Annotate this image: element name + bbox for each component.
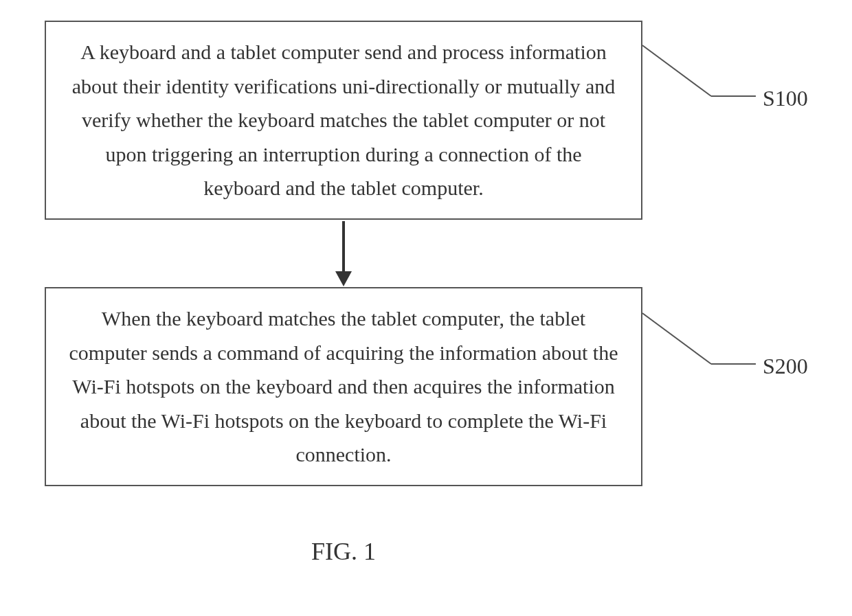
label-s100: S100 — [763, 86, 808, 111]
flow-step-s200: When the keyboard matches the tablet com… — [45, 287, 642, 486]
svg-line-0 — [642, 45, 711, 96]
svg-line-2 — [642, 313, 711, 364]
leader-line-s200 — [642, 309, 759, 385]
arrow-shaft — [342, 221, 345, 275]
arrow-head-icon — [335, 271, 352, 286]
flow-step-s100: A keyboard and a tablet computer send an… — [45, 21, 642, 220]
flow-step-s200-text: When the keyboard matches the tablet com… — [65, 301, 622, 472]
flow-step-s100-text: A keyboard and a tablet computer send an… — [65, 35, 622, 205]
leader-line-s100 — [642, 41, 759, 117]
label-s200: S200 — [763, 354, 808, 379]
flowchart-container: A keyboard and a tablet computer send an… — [0, 0, 852, 616]
figure-caption: FIG. 1 — [0, 537, 687, 566]
